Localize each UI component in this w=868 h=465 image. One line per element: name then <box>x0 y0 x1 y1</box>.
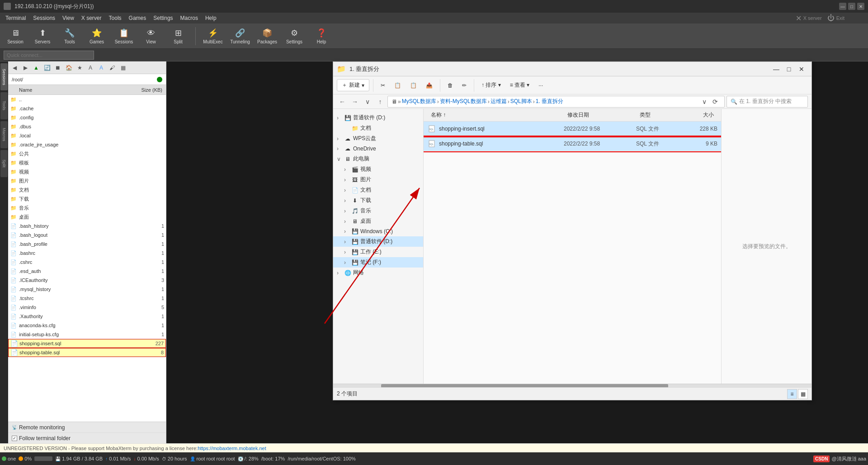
fp-grid-btn[interactable]: ▦ <box>118 63 127 72</box>
menu-sessions[interactable]: Sessions <box>29 14 59 22</box>
list-item[interactable]: 📁 图片 <box>8 176 166 185</box>
split-button[interactable]: ⊞ Split <box>166 25 190 47</box>
session-button[interactable]: 🖥 Session <box>4 25 27 47</box>
sort-button[interactable]: ↑ 排序 ▾ <box>478 80 505 91</box>
paste-button[interactable]: 📋 <box>406 80 420 90</box>
address-input[interactable]: 🖥 » MySQL数据库 › 资料-MySQL数据库 › 运维篇 › SQL脚本… <box>387 96 725 108</box>
explorer-close-btn[interactable]: ✕ <box>795 63 808 75</box>
more-button[interactable]: ··· <box>535 80 547 90</box>
list-item[interactable]: 📄 .cshrc 1 <box>8 258 166 267</box>
list-item[interactable]: 📁 音乐 <box>8 203 166 212</box>
menu-settings[interactable]: Settings <box>150 14 176 22</box>
list-item[interactable]: 📁 下载 <box>8 194 166 203</box>
addr-dropdown-btn[interactable]: ∨ <box>699 96 710 107</box>
nav-network[interactable]: › 🌐 网络 <box>333 268 423 278</box>
fp-home-btn[interactable]: 🏠 <box>64 63 73 72</box>
list-item[interactable]: 📁 视频 <box>8 167 166 176</box>
list-item[interactable]: 📄 .mysql_history 1 <box>8 285 166 294</box>
menu-terminal[interactable]: Terminal <box>2 14 29 22</box>
explorer-minimize-btn[interactable]: — <box>770 63 783 75</box>
fp-refresh-btn[interactable]: 🔄 <box>42 63 52 72</box>
view-button[interactable]: 👁 View <box>139 25 163 47</box>
menu-view[interactable]: View <box>59 14 78 22</box>
up-button[interactable]: ↑ <box>375 96 386 107</box>
cut-button[interactable]: ✂ <box>377 80 389 90</box>
file-row-insert[interactable]: SQL shopping-insert.sql 2022/2/22 9:58 S… <box>424 122 721 136</box>
file-row-table[interactable]: SQL shopping-table.sql 2022/2/22 9:58 SQ… <box>424 136 721 151</box>
list-item[interactable]: 📁 文档 <box>8 185 166 194</box>
fp-stop-btn[interactable]: ⏹ <box>53 63 62 72</box>
list-item[interactable]: 📄 anaconda-ks.cfg 1 <box>8 321 166 330</box>
nav-drive-f[interactable]: › 💾 笔记 (F:) <box>333 257 423 268</box>
nav-documents[interactable]: › 📄 文档 <box>333 185 423 195</box>
list-item[interactable]: 📄 .ICEauthority 3 <box>8 276 166 285</box>
fp-bookmark-btn[interactable]: ★ <box>75 63 84 72</box>
list-item[interactable]: 📁 公共 <box>8 149 166 158</box>
nav-onedrive[interactable]: › ☁ OneDrive <box>333 144 423 154</box>
list-view-btn[interactable]: ≡ <box>787 389 797 399</box>
nav-drive-d2[interactable]: › 💾 普通软件 (D:) <box>333 236 423 247</box>
minimize-button[interactable]: — <box>839 3 846 10</box>
breadcrumb-sql[interactable]: SQL脚本 <box>510 98 532 105</box>
tools-button[interactable]: 🔧 Tools <box>58 25 81 47</box>
tunneling-button[interactable]: 🔗 Tunneling <box>228 25 252 47</box>
fp-brush-btn[interactable]: 🖌 <box>108 63 117 72</box>
list-item[interactable]: 📁 模板 <box>8 158 166 167</box>
list-item[interactable]: 📄 .tcshrc 1 <box>8 294 166 303</box>
list-item[interactable]: 📄 initial-setup-ks.cfg 1 <box>8 330 166 339</box>
menu-help[interactable]: Help <box>202 14 220 22</box>
maximize-button[interactable]: □ <box>848 3 855 10</box>
list-item[interactable]: 📄 .bash_history 1 <box>8 221 166 230</box>
sidebar-tab-tools[interactable]: Tools <box>0 92 8 119</box>
delete-button[interactable]: 🗑 <box>444 80 457 90</box>
help-button[interactable]: ❓ Help <box>310 25 333 47</box>
fp-forward-btn[interactable]: ▶ <box>21 63 30 72</box>
nav-drive-e[interactable]: › 💾 工作 (E:) <box>333 247 423 257</box>
follow-terminal-checkbox[interactable]: Follow terminal folder <box>12 435 71 442</box>
list-item[interactable]: 📁 .config <box>8 113 166 122</box>
breadcrumb-mysql[interactable]: MySQL数据库 <box>402 98 436 105</box>
new-button[interactable]: ＋ 新建 ▾ <box>337 79 369 91</box>
grid-view-btn[interactable]: ▦ <box>798 389 808 399</box>
forward-button[interactable]: → <box>349 96 360 107</box>
packages-button[interactable]: 📦 Packages <box>255 25 279 47</box>
list-item[interactable]: 📁 .dbus <box>8 122 166 131</box>
col-type-header[interactable]: 类型 <box>636 111 681 119</box>
fp-filter-btn[interactable]: A <box>97 63 106 72</box>
sidebar-tab-split[interactable]: Split <box>0 150 8 177</box>
explorer-scrollbar[interactable] <box>333 384 811 387</box>
shopping-table-item[interactable]: 📄 shopping-table.sql 8 <box>8 348 166 357</box>
list-item[interactable]: 📄 .Xauthority 1 <box>8 312 166 321</box>
col-date-header[interactable]: 修改日期 <box>564 111 636 119</box>
menu-xserver[interactable]: X server <box>78 14 105 22</box>
exit-icon[interactable]: ⏻ <box>827 14 835 22</box>
list-item[interactable]: 📁 .local <box>8 131 166 140</box>
rename-button[interactable]: ✏ <box>458 80 470 90</box>
nav-music[interactable]: › 🎵 音乐 <box>333 206 423 216</box>
breadcrumb-current[interactable]: 1. 垂直拆分 <box>536 98 563 105</box>
list-item[interactable]: 📁 .cache <box>8 104 166 113</box>
follow-checkbox[interactable] <box>12 436 17 441</box>
nav-pictures[interactable]: › 🖼 图片 <box>333 174 423 185</box>
search-box[interactable]: 🔍 在 1. 垂直拆分 中搜索 <box>726 96 808 108</box>
addr-refresh-btn[interactable]: ⟳ <box>710 96 721 107</box>
breadcrumb-ops[interactable]: 运维篇 <box>491 98 507 105</box>
list-item[interactable]: 📄 .bash_profile 1 <box>8 240 166 249</box>
sidebar-tab-sessions[interactable]: Sessions <box>0 63 8 90</box>
recent-button[interactable]: ∨ <box>362 96 373 107</box>
nav-desktop[interactable]: › 🖥 桌面 <box>333 216 423 226</box>
copy-button[interactable]: 📋 <box>391 80 405 90</box>
col-name-header[interactable]: 名称 ↑ <box>427 111 564 119</box>
nav-thispc[interactable]: ∨ 🖥 此电脑 <box>333 154 423 164</box>
list-item[interactable]: 📄 .bashrc 1 <box>8 249 166 258</box>
shopping-insert-item[interactable]: 📄 shopping-insert.sql 227 <box>8 339 166 348</box>
unreg-link[interactable]: https://mobaxterm.mobatek.net <box>198 446 266 451</box>
list-item[interactable]: 📁 桌面 <box>8 212 166 221</box>
breadcrumb-resource[interactable]: 资料-MySQL数据库 <box>440 98 487 105</box>
menu-macros[interactable]: Macros <box>177 14 202 22</box>
nav-drive-d[interactable]: › 💾 普通软件 (D:) <box>333 113 423 123</box>
fp-up-btn[interactable]: ▲ <box>32 63 41 72</box>
close-button[interactable]: ✕ <box>857 3 864 10</box>
sessions-button[interactable]: 📋 Sessions <box>112 25 136 47</box>
nav-wps[interactable]: › ☁ WPS云盘 <box>333 133 423 144</box>
